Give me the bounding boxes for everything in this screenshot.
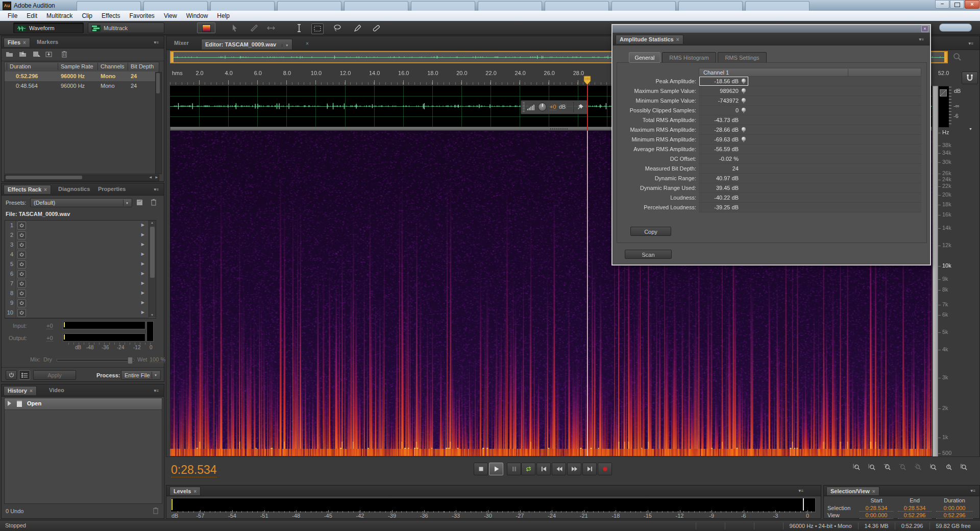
dialog-close-icon[interactable]: × — [921, 26, 928, 32]
multitrack-view-button[interactable]: Multitrack — [88, 22, 164, 33]
copy-button[interactable]: Copy — [630, 227, 671, 236]
maximize-button[interactable] — [950, 0, 964, 9]
rack-list-button[interactable] — [19, 370, 30, 380]
record-button[interactable] — [598, 463, 612, 475]
sv-selection-start[interactable]: 0:28.534 — [860, 505, 893, 512]
volume-hud[interactable]: +0 dB — [521, 100, 588, 114]
tab-amplitude-statistics[interactable]: Amplitude Statistics× — [616, 35, 683, 44]
minimize-button[interactable]: – — [935, 0, 949, 9]
editor-panel-menu-icon[interactable]: ▼≡ — [965, 40, 975, 47]
slot-power-button[interactable] — [17, 222, 26, 230]
slot-arrow-icon[interactable]: ▶ — [141, 242, 144, 247]
slot-power-button[interactable] — [17, 231, 26, 239]
slot-arrow-icon[interactable]: ▶ — [141, 281, 144, 285]
editor-dropdown-icon[interactable]: ▼ — [282, 44, 288, 47]
menu-clip[interactable]: Clip — [77, 12, 97, 19]
hud-gain-value[interactable]: +0 — [550, 104, 556, 110]
zoom-out-vertical-button[interactable] — [868, 464, 882, 475]
tab-files[interactable]: Files× — [4, 38, 30, 47]
scale-mode-icon[interactable] — [940, 89, 947, 96]
sv-view-start[interactable]: 0:00.000 — [860, 512, 893, 519]
paintbrush-selection-tool-icon[interactable] — [351, 23, 362, 33]
pause-button[interactable] — [507, 463, 521, 475]
fx-scrollbar[interactable]: ▲ ▼ — [149, 221, 156, 317]
spectral-display-button[interactable] — [197, 22, 215, 33]
overview-right-handle[interactable] — [944, 52, 947, 62]
splitter-arrow-icon[interactable]: ▼ — [969, 127, 972, 131]
slot-arrow-icon[interactable]: ▶ — [141, 261, 144, 266]
import-files-icon[interactable] — [19, 51, 28, 57]
effects-panel-menu-icon[interactable]: ▼≡ — [151, 186, 161, 193]
slot-power-button[interactable] — [17, 241, 26, 249]
slot-power-button[interactable] — [17, 251, 26, 259]
close-editor-tab-icon[interactable]: × — [306, 41, 309, 46]
time-display[interactable]: 0:28.534 — [171, 463, 217, 477]
close-tab-icon[interactable]: × — [193, 489, 197, 494]
sv-selection-end[interactable]: 0:28.534 — [898, 505, 932, 512]
slot-arrow-icon[interactable]: ▶ — [141, 291, 144, 295]
tab-general[interactable]: General — [629, 52, 660, 63]
waveform-view-button[interactable]: Waveform — [13, 22, 84, 33]
effect-slot[interactable]: 8▶ — [5, 288, 149, 299]
open-file-icon[interactable] — [6, 51, 14, 57]
effect-slot[interactable]: 6▶ — [5, 269, 149, 279]
snap-magnet-button[interactable] — [962, 71, 978, 84]
slot-arrow-icon[interactable]: ▶ — [141, 232, 144, 237]
overview-left-handle[interactable] — [171, 52, 174, 62]
effect-slot[interactable]: 5▶ — [5, 259, 149, 270]
apply-button[interactable]: Apply — [33, 370, 76, 380]
scroll-up-icon[interactable]: ▲ — [151, 221, 154, 224]
slot-power-button[interactable] — [17, 309, 26, 317]
zoom-in-vertical-button[interactable] — [853, 464, 867, 475]
save-preset-icon[interactable] — [136, 199, 143, 206]
close-button[interactable]: × — [965, 0, 979, 9]
marquee-selection-tool-icon[interactable] — [311, 23, 324, 34]
tab-mixer[interactable]: Mixer — [170, 39, 192, 47]
mix-slider[interactable] — [57, 359, 134, 361]
slot-arrow-icon[interactable]: ▶ — [141, 252, 144, 256]
sample-marker-lamp-icon[interactable] — [742, 98, 746, 102]
file-row[interactable]: 0:48.56496000 HzMono24 — [5, 81, 158, 91]
sample-marker-lamp-icon[interactable] — [742, 88, 746, 92]
tab-rms-histogram[interactable]: RMS Histogram — [662, 52, 716, 63]
vertical-scrollbar[interactable] — [933, 86, 938, 457]
menu-favorites[interactable]: Favorites — [125, 12, 159, 19]
sample-marker-lamp-icon[interactable] — [742, 127, 746, 131]
tab-properties[interactable]: Properties — [94, 185, 129, 194]
menu-file[interactable]: File — [3, 12, 22, 19]
history-entry-open[interactable]: Open — [5, 398, 162, 410]
scroll-down-icon[interactable]: ▼ — [151, 313, 154, 317]
slot-power-button[interactable] — [17, 260, 26, 269]
presets-dropdown[interactable]: (Default) ▼ — [30, 198, 132, 207]
menu-view[interactable]: View — [159, 12, 182, 19]
files-col-duration[interactable]: Duration — [10, 63, 31, 69]
selview-panel-menu-icon[interactable]: ▼≡ — [967, 488, 977, 494]
files-col-bit-depth[interactable]: Bit Depth — [131, 63, 154, 69]
hud-grip[interactable] — [523, 102, 525, 112]
effect-slot[interactable]: 10▶ — [5, 308, 149, 318]
tab-video[interactable]: Video — [45, 386, 68, 395]
slot-power-button[interactable] — [17, 280, 26, 288]
skip-to-end-button[interactable] — [582, 463, 597, 475]
slot-power-button[interactable] — [17, 289, 26, 298]
zoom-selection-button[interactable] — [960, 464, 974, 475]
menu-edit[interactable]: Edit — [22, 12, 42, 19]
title-bar[interactable]: Au Adobe Audition – × — [0, 0, 980, 11]
sample-marker-lamp-icon[interactable] — [742, 108, 746, 112]
rack-power-button[interactable] — [6, 370, 17, 380]
close-tab-icon[interactable]: × — [872, 489, 875, 494]
close-tab-icon[interactable]: × — [44, 187, 47, 192]
sv-view-duration[interactable]: 0:52.296 — [936, 512, 973, 519]
zoom-out-horizontal-button[interactable] — [899, 464, 913, 475]
delete-preset-icon[interactable] — [151, 199, 157, 206]
lasso-selection-tool-icon[interactable] — [332, 23, 343, 33]
slot-arrow-icon[interactable]: ▶ — [141, 271, 144, 276]
clear-history-trash-icon[interactable] — [153, 507, 159, 514]
effect-slot[interactable]: 3▶ — [5, 240, 149, 250]
levels-panel-menu-icon[interactable]: ▼≡ — [795, 488, 805, 494]
sv-selection-duration[interactable]: 0:00.000 — [936, 505, 973, 512]
rewind-button[interactable] — [552, 463, 566, 475]
loop-playback-button[interactable] — [521, 463, 535, 475]
tab-effects-rack[interactable]: Effects Rack× — [4, 185, 51, 194]
new-file-icon[interactable] — [33, 51, 41, 57]
